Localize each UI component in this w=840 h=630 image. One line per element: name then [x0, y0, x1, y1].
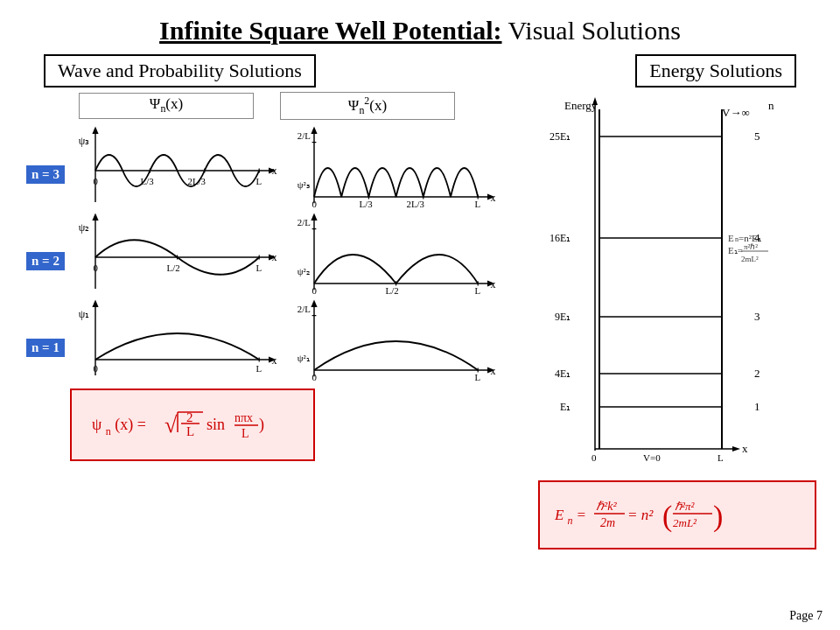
svg-text:4E₁: 4E₁: [555, 368, 570, 380]
svg-text:2/L: 2/L: [298, 304, 311, 314]
svg-text:ψ₂: ψ₂: [79, 221, 90, 234]
energy-formula-box: E n = ℏ²k² 2m = n² ( ℏ²π² 2mL² ): [538, 480, 816, 550]
svg-text:E₁: E₁: [560, 401, 570, 413]
svg-text:L/3: L/3: [141, 176, 154, 186]
n1-badge: n = 1: [26, 339, 65, 357]
svg-text:E: E: [728, 233, 734, 243]
wave-panel: Ψn(x) Ψn2(x) n = 3: [26, 92, 525, 550]
svg-text:2: 2: [754, 367, 760, 380]
svg-text:V=0: V=0: [643, 452, 661, 463]
svg-text:9E₁: 9E₁: [555, 311, 570, 323]
svg-text:L: L: [475, 372, 481, 382]
svg-text:L/2: L/2: [386, 285, 399, 296]
svg-text:E
          n
           =: E n =: [554, 507, 586, 527]
svg-text:ψ²₂: ψ²₂: [298, 266, 310, 276]
psi1sq-graph: 2/L 0 L x ψ²₁: [293, 297, 503, 380]
svg-text:x: x: [272, 164, 277, 177]
svg-text:0: 0: [592, 452, 597, 463]
svg-text:ℏ²π²: ℏ²π²: [675, 500, 695, 513]
svg-text:2L/3: 2L/3: [188, 176, 206, 186]
svg-text:x: x: [491, 278, 496, 290]
svg-text:x: x: [272, 251, 277, 263]
svg-marker-87: [732, 446, 740, 452]
section-headers: Wave and Probability Solutions Energy So…: [0, 54, 840, 88]
svg-text:L/3: L/3: [360, 199, 373, 209]
svg-text:0: 0: [312, 372, 317, 382]
wave-solutions-header: Wave and Probability Solutions: [44, 54, 316, 88]
svg-text:L: L: [475, 285, 481, 296]
title-rest: Visual Solutions: [502, 16, 681, 45]
svg-text:nπx: nπx: [234, 411, 253, 424]
svg-text:3: 3: [754, 310, 760, 323]
psi3-graph: ψ₃ 0 L/3 2L/3 L x: [74, 123, 284, 206]
n3-badge: n = 3: [26, 165, 65, 184]
svg-text:x: x: [491, 192, 496, 204]
svg-text:x: x: [272, 354, 277, 367]
svg-text:n: n: [768, 99, 774, 112]
svg-text:0: 0: [312, 285, 317, 296]
svg-text:0: 0: [94, 363, 98, 374]
svg-text:π²ℏ²: π²ℏ²: [744, 242, 758, 251]
svg-text:2mL²: 2mL²: [741, 255, 759, 263]
svg-text:): ): [713, 500, 723, 533]
svg-text:√: √: [164, 412, 178, 438]
wave-formula-svg: ψ n (x) = √ 2 L sin nπx: [88, 399, 298, 447]
row-n3: n = 3 ψ₃: [26, 123, 525, 206]
svg-text:ψ²₃: ψ²₃: [298, 179, 310, 190]
svg-text:L: L: [242, 427, 249, 440]
psi1-graph: ψ₁ 0 L x: [74, 297, 284, 380]
svg-text:5: 5: [754, 130, 760, 143]
svg-marker-31: [92, 214, 98, 220]
svg-marker-3: [92, 127, 98, 134]
svg-text:ψ
            n
            (x: ψ n (x) =: [92, 416, 146, 438]
svg-text:V→∞: V→∞: [722, 106, 750, 119]
svg-marker-64: [311, 300, 317, 307]
svg-text:25E₁: 25E₁: [550, 130, 570, 143]
svg-text:ψ₃: ψ₃: [79, 135, 90, 147]
svg-text:L: L: [256, 176, 262, 186]
psi-label: Ψn(x): [79, 93, 254, 118]
energy-diagram-svg: Energy x n V→∞ E₁ 1 4E₁ 2 9E₁ 3: [534, 92, 788, 477]
main-content: Ψn(x) Ψn2(x) n = 3: [0, 92, 840, 550]
svg-text:ψ₁: ψ₁: [79, 308, 90, 320]
svg-text:L: L: [256, 262, 262, 273]
svg-text:): ): [259, 416, 264, 434]
row-n2: n = 2 ψ₂ 0 L/2 L x: [26, 210, 525, 293]
svg-text:L: L: [256, 363, 262, 374]
svg-text:0: 0: [94, 176, 98, 186]
svg-text:L: L: [186, 424, 194, 438]
svg-text:sin: sin: [206, 416, 225, 433]
title-area: Infinite Square Well Potential: Visual S…: [0, 0, 840, 46]
svg-marker-42: [311, 214, 317, 220]
energy-panel: Energy x n V→∞ E₁ 1 4E₁ 2 9E₁ 3: [525, 92, 816, 550]
svg-text:2/L: 2/L: [298, 217, 311, 228]
svg-text:(: (: [662, 500, 672, 533]
svg-text:L/2: L/2: [167, 262, 180, 273]
svg-text:0: 0: [312, 199, 317, 209]
svg-text:ℏ²k²: ℏ²k²: [596, 500, 617, 513]
svg-text:= n²: = n²: [627, 507, 654, 523]
psi2sq-graph: 2/L 0 L/2 L x ψ²₂: [293, 210, 503, 293]
energy-formula-svg: E n = ℏ²k² 2m = n² ( ℏ²π² 2mL² ): [550, 489, 804, 537]
svg-text:2/L: 2/L: [298, 130, 311, 141]
psi2-graph: ψ₂ 0 L/2 L x: [74, 210, 284, 293]
svg-text:ψ²₁: ψ²₁: [298, 353, 310, 363]
svg-text:2L/3: 2L/3: [407, 199, 424, 209]
n2-badge: n = 2: [26, 252, 65, 270]
svg-text:2mL²: 2mL²: [673, 516, 697, 529]
svg-text:Energy: Energy: [564, 99, 598, 112]
svg-text:x: x: [491, 365, 496, 377]
wave-formula-box: ψ n (x) = √ 2 L sin nπx: [70, 388, 315, 461]
svg-text:L: L: [718, 452, 724, 463]
svg-text:L: L: [475, 199, 481, 209]
page-number: Page 7: [789, 609, 822, 623]
row-n1: n = 1 ψ₁ 0 L x: [26, 297, 525, 380]
title-underlined: Infinite Square Well Potential:: [159, 16, 501, 45]
graph-column-labels: Ψn(x) Ψn2(x): [26, 92, 525, 120]
svg-marker-55: [92, 300, 98, 307]
svg-marker-16: [311, 127, 317, 134]
psi3sq-graph: 2/L 0 L/3 2L/3 L x ψ²₃: [293, 123, 503, 206]
svg-text:16E₁: 16E₁: [550, 232, 570, 244]
energy-solutions-header: Energy Solutions: [635, 54, 796, 88]
svg-text:0: 0: [94, 262, 98, 273]
